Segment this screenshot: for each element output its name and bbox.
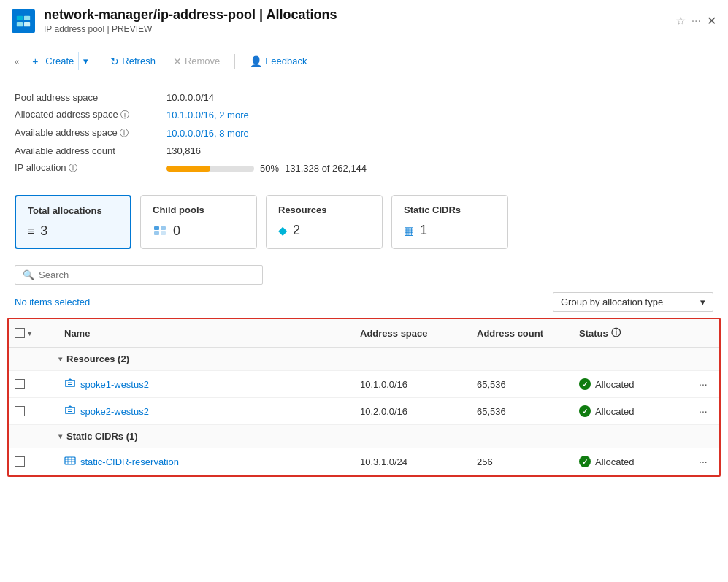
total-allocations-value-row: ≡ 3 [28,223,118,239]
row1-status: Allocated [579,378,634,390]
row2-name-link[interactable]: spoke2-westus2 [80,406,149,417]
static-cidrs-group-collapse-icon[interactable]: ▾ [58,432,62,440]
row3-actions-cell: ··· [690,448,719,475]
row3-checkbox[interactable] [15,456,25,467]
search-input[interactable] [39,269,255,280]
pool-address-space-value: 10.0.0.0/14 [166,92,214,103]
create-button[interactable]: + Create ▾ [25,48,100,74]
search-box[interactable]: 🔍 [15,265,263,285]
child-pools-icon [153,223,167,240]
svg-rect-6 [154,231,159,235]
create-label: Create [38,52,78,70]
progress-row: 50% 131,328 of 262,144 [166,163,367,174]
allocations-table: ▾ Name Address space Address count Statu… [7,318,721,477]
remove-button[interactable]: ✕ Remove [166,52,227,71]
svg-rect-12 [65,457,75,464]
th-expand [41,323,58,342]
static-cidrs-value-row: ▦ 1 [404,223,496,238]
create-arrow-icon[interactable]: ▾ [78,52,93,70]
ip-allocation-row: IP allocation ⓘ 50% 131,328 of 262,144 [15,162,713,175]
row1-ellipsis-btn[interactable]: ··· [696,377,710,391]
total-allocations-card[interactable]: Total allocations ≡ 3 [15,195,131,249]
row2-actions-cell: ··· [690,398,719,424]
child-pools-card[interactable]: Child pools 0 [140,195,257,249]
available-address-space-value[interactable]: 10.0.0.0/16, 8 more [166,128,249,139]
resources-value: 2 [293,223,300,238]
th-address-space[interactable]: Address space [354,323,471,342]
row3-address-count-cell: 256 [471,451,573,473]
static-cidrs-group-header: ▾ Static CIDRs (1) [9,425,719,448]
favorite-icon[interactable]: ☆ [675,14,686,28]
available-address-count-label: Available address count [15,145,161,156]
child-pools-title: Child pools [153,204,245,215]
row3-cidr-icon [64,455,76,469]
resources-group-label: Resources (2) [66,353,129,364]
collapse-all-icon[interactable]: ▾ [28,329,31,337]
close-icon[interactable]: ✕ [707,14,716,28]
info-section: Pool address space 10.0.0.0/14 Allocated… [0,80,728,186]
more-options-icon[interactable]: ··· [691,15,701,28]
row1-resource-icon [64,378,76,391]
group-by-chevron-icon: ▾ [700,296,705,307]
select-all-checkbox[interactable] [15,328,25,338]
pool-address-space-row: Pool address space 10.0.0.0/14 [15,92,713,103]
row2-checkbox[interactable] [15,406,25,416]
row2-address-space-cell: 10.2.0.0/16 [354,400,471,423]
row3-expand-cell [41,456,58,467]
app-icon [12,9,35,33]
row2-status: Allocated [579,405,634,417]
child-pools-value-row: 0 [153,223,245,240]
static-cidrs-icon: ▦ [404,224,414,237]
row2-resource-icon [64,405,76,418]
progress-bar-container [166,166,254,172]
resources-card[interactable]: Resources ◆ 2 [266,195,383,249]
resources-group-collapse-icon[interactable]: ▾ [58,355,62,363]
status-info-icon: ⓘ [611,326,621,340]
row1-address-count-cell: 65,536 [471,373,573,396]
table-row: static-CIDR-reservation 10.3.1.0/24 256 … [9,448,719,475]
group-by-label: Group by allocation type [561,296,663,307]
search-filter-row: 🔍 [0,258,728,289]
row1-status-dot [579,378,591,390]
row3-ellipsis-btn[interactable]: ··· [696,454,710,469]
row1-status-label: Allocated [595,379,634,390]
static-cidrs-card[interactable]: Static CIDRs ▦ 1 [391,195,508,249]
refresh-label: Refresh [122,55,156,66]
allocated-address-space-value[interactable]: 10.1.0.0/16, 2 more [166,110,249,120]
row2-ellipsis-btn[interactable]: ··· [696,404,710,418]
resources-icon: ◆ [278,223,287,237]
row1-name-cell: spoke1-westus2 [58,372,354,397]
allocated-address-space-row: Allocated address space ⓘ 10.1.0.0/16, 2… [15,109,713,121]
search-icon: 🔍 [23,269,34,280]
row2-address-count-cell: 65,536 [471,400,573,423]
row1-checkbox[interactable] [15,379,25,389]
available-address-space-label: Available address space ⓘ [15,127,161,139]
svg-rect-1 [24,15,30,20]
th-actions [690,323,719,342]
row1-name-link[interactable]: spoke1-westus2 [80,379,149,390]
resources-value-row: ◆ 2 [278,223,370,238]
cards-row: Total allocations ≡ 3 Child pools 0 Reso… [0,186,728,258]
row1-actions-cell: ··· [690,371,719,397]
svg-rect-0 [17,15,23,20]
svg-rect-5 [161,226,166,230]
th-name[interactable]: Name [58,323,354,342]
ip-allocation-info-icon: ⓘ [69,163,77,173]
refresh-button[interactable]: ↻ Refresh [103,52,163,71]
page-header: network-manager/ip-address-pool | Alloca… [0,0,728,42]
feedback-button[interactable]: 👤 Feedback [242,52,314,71]
th-address-count[interactable]: Address count [471,323,573,342]
row3-status-dot [579,456,591,467]
row2-status-label: Allocated [595,406,634,417]
toolbar-divider [234,54,235,69]
row3-status-label: Allocated [595,456,634,467]
row2-expand-cell [41,405,58,417]
sidebar-collapse-btn[interactable]: « [12,51,22,72]
selection-bar: No items selected Group by allocation ty… [0,289,728,318]
toolbar: « + Create ▾ ↻ Refresh ✕ Remove 👤 Feedba… [0,42,728,80]
progress-pct: 50% [260,163,279,174]
row3-name-link[interactable]: static-CIDR-reservation [80,456,179,467]
group-by-dropdown[interactable]: Group by allocation type ▾ [553,292,713,312]
pool-address-space-label: Pool address space [15,92,161,103]
row2-status-cell: Allocated [573,399,690,423]
